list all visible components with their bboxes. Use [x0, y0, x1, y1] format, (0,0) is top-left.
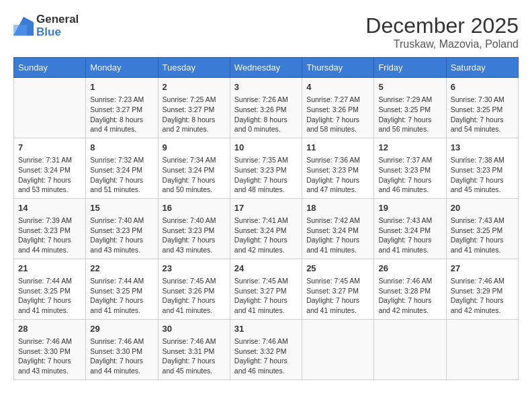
svg-marker-1 [13, 25, 27, 36]
day-info-line: and 42 minutes. [378, 306, 441, 316]
header-cell-saturday: Saturday [446, 58, 518, 78]
day-info-line: Sunrise: 7:37 AM [378, 155, 441, 165]
day-info-line: and 56 minutes. [378, 124, 441, 134]
week-row-3: 14Sunrise: 7:39 AMSunset: 3:23 PMDayligh… [14, 198, 519, 259]
day-info-line: and 0 minutes. [234, 124, 298, 134]
day-info-line: and 42 minutes. [234, 245, 298, 255]
day-info-line: Sunrise: 7:45 AM [234, 276, 298, 286]
header-row: SundayMondayTuesdayWednesdayThursdayFrid… [14, 58, 519, 78]
day-info-line: and 48 minutes. [234, 185, 298, 195]
day-cell: 27Sunrise: 7:46 AMSunset: 3:29 PMDayligh… [446, 259, 518, 319]
day-info-line: and 53 minutes. [18, 185, 81, 195]
day-info-line: Daylight: 7 hours [18, 295, 81, 306]
day-info-line: and 45 minutes. [451, 185, 514, 195]
day-info-line: Sunset: 3:29 PM [451, 286, 514, 296]
day-number: 21 [18, 263, 81, 275]
day-info-line: Daylight: 7 hours [90, 235, 153, 245]
calendar-header: SundayMondayTuesdayWednesdayThursdayFrid… [14, 58, 519, 78]
day-info-line: Daylight: 7 hours [306, 295, 369, 306]
day-info-line: Daylight: 7 hours [18, 175, 81, 185]
day-info-line: Sunset: 3:23 PM [18, 226, 81, 236]
day-cell [302, 319, 374, 379]
page-header: General Blue December 2025 Truskaw, Mazo… [13, 13, 519, 50]
day-number: 23 [163, 263, 226, 275]
day-number: 2 [163, 81, 226, 93]
day-number: 10 [234, 142, 298, 154]
day-info-line: Sunset: 3:27 PM [306, 286, 369, 296]
day-info-line: Sunrise: 7:35 AM [234, 155, 298, 165]
header-cell-tuesday: Tuesday [158, 58, 230, 78]
day-info-line: Sunrise: 7:46 AM [163, 336, 226, 347]
day-info-line: Daylight: 7 hours [234, 295, 298, 306]
day-info-line: Sunrise: 7:46 AM [234, 336, 298, 347]
day-info-line: and 51 minutes. [90, 185, 153, 195]
day-info-line: Sunrise: 7:46 AM [18, 336, 81, 347]
day-number: 29 [90, 323, 153, 335]
day-info-line: Sunrise: 7:46 AM [451, 276, 514, 286]
day-info-line: Sunset: 3:23 PM [90, 226, 153, 236]
day-info-line: Sunset: 3:26 PM [306, 105, 369, 115]
day-info-line: Daylight: 7 hours [378, 295, 441, 306]
day-cell [14, 78, 86, 138]
day-number: 28 [18, 323, 81, 335]
day-cell: 23Sunrise: 7:45 AMSunset: 3:26 PMDayligh… [158, 259, 230, 319]
day-info-line: Daylight: 7 hours [18, 356, 81, 366]
day-info-line: Sunset: 3:25 PM [451, 226, 514, 236]
day-info-line: Sunset: 3:25 PM [378, 105, 441, 115]
day-cell: 31Sunrise: 7:46 AMSunset: 3:32 PMDayligh… [230, 319, 302, 379]
day-cell: 25Sunrise: 7:45 AMSunset: 3:27 PMDayligh… [302, 259, 374, 319]
day-info-line: and 43 minutes. [90, 245, 153, 255]
day-info-line: and 41 minutes. [306, 245, 369, 255]
day-info-line: Sunrise: 7:38 AM [451, 155, 514, 165]
day-cell: 10Sunrise: 7:35 AMSunset: 3:23 PMDayligh… [230, 138, 302, 198]
day-info-line: Sunset: 3:27 PM [90, 105, 153, 115]
day-number: 11 [306, 142, 369, 154]
day-info-line: Sunset: 3:25 PM [90, 286, 153, 296]
day-info-line: Sunrise: 7:43 AM [378, 216, 441, 226]
day-info-line: Sunset: 3:26 PM [234, 105, 298, 115]
week-row-2: 7Sunrise: 7:31 AMSunset: 3:24 PMDaylight… [14, 138, 519, 198]
day-info-line: Sunrise: 7:23 AM [90, 95, 153, 105]
logo: General Blue [13, 13, 79, 38]
day-cell: 2Sunrise: 7:25 AMSunset: 3:27 PMDaylight… [158, 78, 230, 138]
day-cell: 29Sunrise: 7:46 AMSunset: 3:30 PMDayligh… [86, 319, 158, 379]
day-info-line: Sunset: 3:31 PM [163, 347, 226, 357]
week-row-5: 28Sunrise: 7:46 AMSunset: 3:30 PMDayligh… [14, 319, 519, 379]
day-info-line: and 41 minutes. [451, 245, 514, 255]
day-number: 20 [451, 202, 514, 214]
day-cell: 30Sunrise: 7:46 AMSunset: 3:31 PMDayligh… [158, 319, 230, 379]
day-cell: 8Sunrise: 7:32 AMSunset: 3:24 PMDaylight… [86, 138, 158, 198]
day-cell: 22Sunrise: 7:44 AMSunset: 3:25 PMDayligh… [86, 259, 158, 319]
day-info-line: Sunrise: 7:39 AM [18, 216, 81, 226]
day-info-line: Sunrise: 7:45 AM [306, 276, 369, 286]
day-number: 27 [451, 263, 514, 275]
day-info-line: Sunset: 3:27 PM [234, 286, 298, 296]
day-cell: 21Sunrise: 7:44 AMSunset: 3:25 PMDayligh… [14, 259, 86, 319]
day-info-line: Daylight: 7 hours [234, 175, 298, 185]
day-info-line: Daylight: 7 hours [90, 356, 153, 366]
day-info-line: Sunset: 3:23 PM [306, 165, 369, 175]
day-info-line: and 47 minutes. [306, 185, 369, 195]
day-info-line: and 46 minutes. [378, 185, 441, 195]
day-number: 5 [378, 81, 441, 93]
day-info-line: Daylight: 7 hours [451, 295, 514, 306]
day-info-line: and 41 minutes. [234, 306, 298, 316]
day-cell: 3Sunrise: 7:26 AMSunset: 3:26 PMDaylight… [230, 78, 302, 138]
week-row-4: 21Sunrise: 7:44 AMSunset: 3:25 PMDayligh… [14, 259, 519, 319]
day-cell: 26Sunrise: 7:46 AMSunset: 3:28 PMDayligh… [374, 259, 446, 319]
day-info-line: Sunrise: 7:31 AM [18, 155, 81, 165]
calendar-body: 1Sunrise: 7:23 AMSunset: 3:27 PMDaylight… [14, 78, 519, 380]
day-info-line: and 4 minutes. [90, 124, 153, 134]
day-info-line: Daylight: 8 hours [90, 115, 153, 125]
day-number: 14 [18, 202, 81, 214]
day-info-line: Sunset: 3:25 PM [451, 105, 514, 115]
day-info-line: Sunrise: 7:45 AM [163, 276, 226, 286]
day-info-line: Daylight: 7 hours [306, 235, 369, 245]
day-number: 30 [163, 323, 226, 335]
day-number: 8 [90, 142, 153, 154]
day-info-line: Sunrise: 7:29 AM [378, 95, 441, 105]
day-info-line: and 43 minutes. [18, 366, 81, 376]
day-info-line: and 50 minutes. [163, 185, 226, 195]
day-info-line: Daylight: 7 hours [90, 295, 153, 306]
day-number: 1 [90, 81, 153, 93]
